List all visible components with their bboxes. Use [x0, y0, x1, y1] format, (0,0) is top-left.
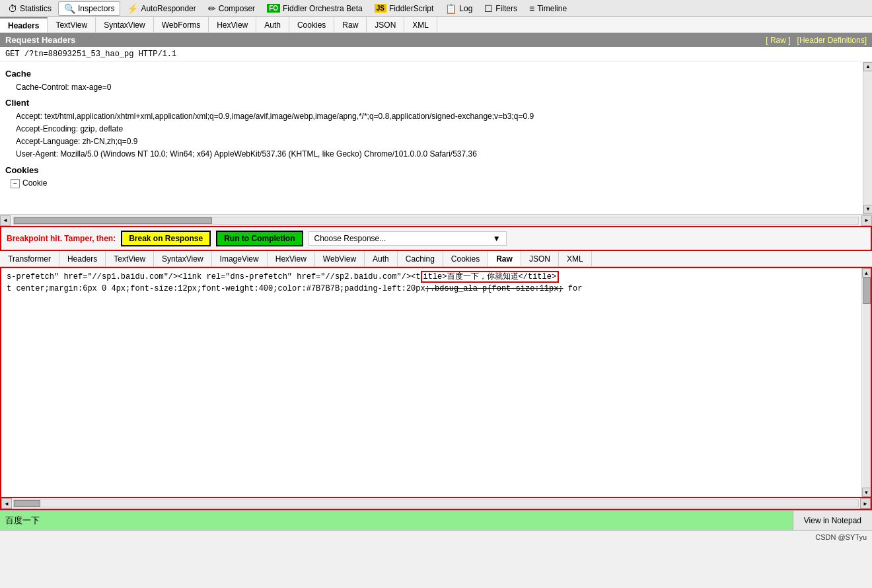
- response-area: s-prefetch" href="//sp1.baidu.com"/><lin…: [0, 267, 872, 510]
- run-to-completion-button[interactable]: Run to Completion: [216, 231, 303, 246]
- toolbar-fiddler-orchestra[interactable]: FO Fiddler Orchestra Beta: [262, 1, 368, 16]
- tab-request-webforms[interactable]: WebForms: [154, 17, 209, 32]
- tab-request-headers[interactable]: Headers: [0, 17, 48, 32]
- request-headers-section: Request Headers [ Raw ] [Header Definiti…: [0, 33, 872, 226]
- headers-scroll-up[interactable]: ▲: [863, 62, 872, 71]
- composer-label: Composer: [219, 4, 255, 13]
- fiddler-orchestra-icon: FO: [267, 4, 280, 13]
- cache-control-header: Cache-Control: max-age=0: [5, 81, 859, 94]
- tab-response-webview[interactable]: WebView: [315, 251, 365, 266]
- resp-hscroll-left[interactable]: ◄: [1, 498, 12, 509]
- header-links: [ Raw ] [Header Definitions]: [766, 36, 867, 45]
- top-toolbar: ⏱ Statistics 🔍 Inspectors ⚡ AutoResponde…: [0, 0, 872, 17]
- tab-request-syntaxview[interactable]: SyntaxView: [96, 17, 153, 32]
- fiddlerscript-icon: JS: [375, 4, 386, 13]
- status-bar: CSDN @SYTyu: [0, 530, 872, 543]
- toolbar-fiddlerscript[interactable]: JS FiddlerScript: [369, 1, 439, 16]
- tab-response-raw[interactable]: Raw: [488, 251, 521, 266]
- timeline-label: Timeline: [537, 4, 567, 13]
- response-line-1: s-prefetch" href="//sp1.baidu.com"/><lin…: [7, 271, 859, 283]
- cache-section-title: Cache: [5, 67, 859, 81]
- breakpoint-message: Breakpoint hit. Tamper, then:: [7, 234, 116, 243]
- tab-request-cookies[interactable]: Cookies: [289, 17, 334, 32]
- tab-response-syntaxview[interactable]: SyntaxView: [154, 251, 211, 266]
- cookies-section-title: Cookies: [5, 164, 859, 178]
- headers-content: Cache Cache-Control: max-age=0 Client Ac…: [0, 62, 872, 214]
- hscroll-track[interactable]: [13, 217, 859, 225]
- tab-request-auth[interactable]: Auth: [256, 17, 289, 32]
- headers-scroll-track[interactable]: [863, 71, 872, 205]
- tab-request-hexview[interactable]: HexView: [209, 17, 256, 32]
- v-scroll-thumb-top[interactable]: [863, 277, 871, 304]
- tab-response-textview[interactable]: TextView: [106, 251, 154, 266]
- v-scroll-track[interactable]: [863, 277, 871, 488]
- statistics-label: Statistics: [20, 4, 52, 13]
- accept-language-header: Accept-Language: zh-CN,zh;q=0.9: [5, 135, 859, 148]
- response-vertical-scrollbar[interactable]: ▲ ▼: [861, 268, 871, 497]
- tab-response-cookies[interactable]: Cookies: [443, 251, 488, 266]
- title-highlight: itle>百度一下，你就知道</title>: [421, 271, 560, 283]
- hscroll-thumb[interactable]: [14, 217, 212, 224]
- toolbar-log[interactable]: 📋 Log: [440, 1, 478, 16]
- resp-hscroll-right[interactable]: ►: [860, 498, 871, 509]
- tab-request-textview[interactable]: TextView: [48, 17, 96, 32]
- accept-header: Accept: text/html,application/xhtml+xml,…: [5, 110, 859, 123]
- toolbar-composer[interactable]: ✏ Composer: [203, 1, 260, 16]
- tab-response-caching[interactable]: Caching: [398, 251, 443, 266]
- composer-icon: ✏: [208, 3, 216, 14]
- tab-response-auth[interactable]: Auth: [365, 251, 398, 266]
- cookie-expand-btn[interactable]: −: [11, 179, 20, 188]
- accept-encoding-header: Accept-Encoding: gzip, deflate: [5, 123, 859, 135]
- app-window: ⏱ Statistics 🔍 Inspectors ⚡ AutoResponde…: [0, 0, 872, 588]
- toolbar-filters[interactable]: ☐ Filters: [479, 1, 523, 16]
- view-notepad-button[interactable]: View in Notepad: [793, 511, 872, 530]
- response-h-scrollbar: ◄ ►: [0, 498, 872, 510]
- inspectors-icon: 🔍: [64, 3, 75, 14]
- request-line: GET /?tn=88093251_53_hao_pg HTTP/1.1: [0, 47, 872, 62]
- user-agent-header: User-Agent: Mozilla/5.0 (Windows NT 10.0…: [5, 148, 859, 161]
- autoresponder-label: AutoResponder: [141, 4, 196, 13]
- resp-hscroll-thumb[interactable]: [14, 500, 40, 507]
- toolbar-autoresponder[interactable]: ⚡ AutoResponder: [122, 1, 201, 16]
- choose-response-dropdown[interactable]: Choose Response... ▼: [309, 231, 507, 246]
- breakpoint-bar: Breakpoint hit. Tamper, then: Break on R…: [0, 226, 872, 251]
- toolbar-statistics[interactable]: ⏱ Statistics: [3, 1, 57, 16]
- tab-response-xml[interactable]: XML: [559, 251, 592, 266]
- choose-response-label: Choose Response...: [314, 234, 386, 243]
- break-on-response-button[interactable]: Break on Response: [121, 231, 211, 246]
- log-icon: 📋: [445, 3, 456, 14]
- response-content[interactable]: s-prefetch" href="//sp1.baidu.com"/><lin…: [0, 267, 872, 498]
- tab-request-json[interactable]: JSON: [367, 17, 404, 32]
- v-scroll-down[interactable]: ▼: [862, 488, 871, 497]
- tab-response-json[interactable]: JSON: [521, 251, 559, 266]
- bottom-input-bar: View in Notepad: [0, 510, 872, 530]
- status-text: CSDN @SYTyu: [815, 533, 867, 541]
- headers-h-scrollbar: ◄ ►: [0, 214, 872, 226]
- tab-response-hexview[interactable]: HexView: [268, 251, 315, 266]
- headers-vertical-scrollbar[interactable]: ▲ ▼: [863, 62, 872, 214]
- toolbar-timeline[interactable]: ≡ Timeline: [524, 1, 572, 16]
- timeline-icon: ≡: [529, 3, 534, 14]
- raw-link[interactable]: [ Raw ]: [766, 36, 790, 45]
- hscroll-left[interactable]: ◄: [0, 215, 11, 226]
- fiddler-orchestra-label: Fiddler Orchestra Beta: [283, 4, 363, 13]
- dropdown-chevron-icon: ▼: [493, 234, 501, 243]
- tab-request-xml[interactable]: XML: [404, 17, 437, 32]
- hscroll-right[interactable]: ►: [861, 215, 872, 226]
- log-label: Log: [459, 4, 472, 13]
- request-headers-title-text: Request Headers: [5, 35, 75, 45]
- request-headers-title-bar: Request Headers [ Raw ] [Header Definiti…: [0, 33, 872, 47]
- tab-response-headers[interactable]: Headers: [59, 251, 106, 266]
- toolbar-inspectors[interactable]: 🔍 Inspectors: [58, 1, 120, 16]
- headers-scroll-down[interactable]: ▼: [863, 205, 872, 214]
- cookie-label: Cookie: [22, 177, 47, 190]
- tab-request-raw[interactable]: Raw: [334, 17, 367, 32]
- inspectors-label: Inspectors: [78, 4, 114, 13]
- tab-response-transformer[interactable]: Transformer: [0, 251, 59, 266]
- bottom-search-input[interactable]: [0, 513, 793, 528]
- response-tab-bar: Transformer Headers TextView SyntaxView …: [0, 251, 872, 267]
- header-definitions-link[interactable]: [Header Definitions]: [797, 36, 867, 45]
- tab-response-imageview[interactable]: ImageView: [212, 251, 268, 266]
- v-scroll-up[interactable]: ▲: [862, 268, 871, 277]
- resp-hscroll-track[interactable]: [13, 499, 859, 507]
